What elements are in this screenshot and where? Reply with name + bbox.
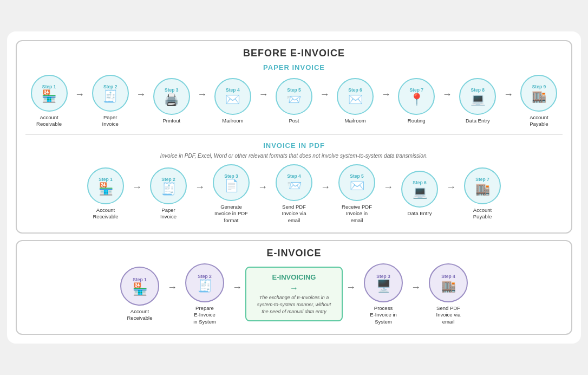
step-name: Receive PDF Invoice in email bbox=[342, 204, 372, 224]
einvoice-step-circle: Step 2🧾 bbox=[185, 263, 224, 302]
step-icon: 🏬 bbox=[532, 90, 546, 102]
einvoice-title: E-INVOICE bbox=[25, 248, 563, 259]
step-arrow: → bbox=[132, 182, 142, 193]
step-icon: 📍 bbox=[409, 94, 424, 106]
step-name: Data Entry bbox=[466, 118, 490, 124]
step-item: Step 2🧾Paper Invoice bbox=[144, 167, 193, 221]
pdf-invoice-description: Invoice in PDF, Excel, Word or other rel… bbox=[25, 153, 563, 159]
step-item: Step 4✉️Mailroom bbox=[209, 78, 256, 124]
step-label: Step 3 bbox=[224, 173, 238, 179]
einvoice-arrow: → bbox=[346, 282, 356, 293]
step-item: Step 7📍Routing bbox=[393, 78, 440, 124]
step-icon: 📨 bbox=[287, 180, 302, 192]
step-label: Step 1 bbox=[99, 177, 113, 182]
step-arrow: → bbox=[446, 182, 456, 193]
einvoice-step-name: Send PDF Invoice via email bbox=[436, 305, 461, 325]
step-icon: 🧾 bbox=[161, 183, 176, 195]
step-arrow: → bbox=[504, 89, 513, 100]
step-circle: Step 7🏬 bbox=[464, 167, 501, 204]
step-circle: Step 5📨 bbox=[276, 78, 312, 115]
step-name: Account Receivable bbox=[36, 114, 62, 128]
step-arrow: → bbox=[75, 89, 84, 100]
step-arrow: → bbox=[321, 182, 330, 193]
step-icon: ✉️ bbox=[350, 180, 364, 192]
step-name: Paper Invoice bbox=[160, 207, 177, 221]
einvoice-step-name: Account Receivable bbox=[127, 308, 153, 322]
einvoice-step-item: Step 4🏬Send PDF Invoice via email bbox=[424, 263, 473, 325]
step-item: Step 3🖨️Printout bbox=[148, 78, 195, 124]
step-circle: Step 4📨 bbox=[276, 164, 312, 201]
step-label: Step 4 bbox=[287, 173, 301, 179]
step-label: Step 5 bbox=[287, 87, 301, 93]
step-icon: 🏬 bbox=[475, 183, 490, 195]
einvoice-step-icon: 🖥️ bbox=[376, 280, 391, 292]
step-icon: 💻 bbox=[471, 94, 485, 106]
einvoice-step-icon: 🏬 bbox=[441, 280, 456, 292]
step-label: Step 6 bbox=[348, 87, 362, 93]
step-circle: Step 3📄 bbox=[213, 164, 250, 201]
step-item: Step 1🏪Account Receivable bbox=[81, 167, 130, 221]
step-arrow: → bbox=[195, 182, 205, 193]
step-label: Step 4 bbox=[226, 87, 240, 93]
einvoice-step-icon: 🧾 bbox=[198, 280, 212, 292]
step-icon: 💻 bbox=[413, 186, 427, 198]
step-arrow: → bbox=[258, 89, 268, 100]
step-circle: Step 6✉️ bbox=[337, 78, 374, 115]
paper-invoice-subtitle: PAPER INVOICE bbox=[25, 63, 563, 72]
step-label: Step 1 bbox=[42, 84, 56, 89]
einvoice-step-item: Step 1🏪Account Receivable bbox=[115, 267, 164, 322]
step-label: Step 2 bbox=[103, 84, 117, 89]
step-circle: Step 9🏬 bbox=[520, 75, 557, 112]
step-name: Printout bbox=[162, 118, 180, 124]
step-name: Account Payable bbox=[473, 207, 492, 221]
einvoicing-box-title: E-INVOICING bbox=[254, 273, 334, 281]
step-label: Step 9 bbox=[532, 84, 546, 89]
step-circle: Step 7📍 bbox=[398, 78, 435, 115]
step-icon: 📄 bbox=[224, 180, 239, 192]
einvoicing-box-arrow: → bbox=[254, 283, 334, 293]
before-title: BEFORE E-INVOICE bbox=[25, 48, 563, 59]
step-item: Step 6💻Data Entry bbox=[395, 171, 444, 217]
step-name: Generate Invoice in PDF format bbox=[214, 204, 248, 224]
step-circle: Step 3🖨️ bbox=[153, 78, 190, 115]
before-section: BEFORE E-INVOICE PAPER INVOICE Step 1🏪Ac… bbox=[16, 40, 572, 234]
step-circle: Step 2🧾 bbox=[150, 167, 187, 204]
step-circle: Step 1🏪 bbox=[87, 167, 124, 204]
step-label: Step 5 bbox=[350, 173, 364, 179]
einvoice-arrow: → bbox=[411, 282, 421, 293]
step-item: Step 5✉️Receive PDF Invoice in email bbox=[332, 164, 381, 224]
einvoice-step-circle: Step 1🏪 bbox=[120, 267, 159, 306]
step-item: Step 1🏪Account Receivable bbox=[25, 75, 73, 128]
step-item: Step 9🏬Account Payable bbox=[515, 75, 563, 128]
main-container: BEFORE E-INVOICE PAPER INVOICE Step 1🏪Ac… bbox=[7, 31, 581, 344]
einvoice-step-name: Process E-Invoice in System bbox=[370, 305, 397, 325]
einvoice-step-label: Step 1 bbox=[133, 277, 147, 282]
step-circle: Step 1🏪 bbox=[31, 75, 68, 112]
step-icon: 🧾 bbox=[103, 90, 117, 102]
step-label: Step 3 bbox=[165, 87, 179, 93]
einvoice-step-item: Step 3🖥️Process E-Invoice in System bbox=[359, 263, 408, 325]
step-icon: 🏪 bbox=[99, 183, 113, 195]
step-label: Step 8 bbox=[471, 87, 485, 93]
pdf-invoice-subtitle: INVOICE IN PDF bbox=[25, 141, 563, 150]
step-item: Step 3📄Generate Invoice in PDF format bbox=[207, 164, 256, 224]
step-circle: Step 5✉️ bbox=[338, 164, 375, 201]
einvoice-step-circle: Step 3🖥️ bbox=[364, 263, 403, 302]
einvoice-arrow: → bbox=[232, 282, 242, 293]
einvoice-step-label: Step 2 bbox=[198, 274, 212, 279]
step-name: Paper Invoice bbox=[102, 114, 119, 128]
step-arrow: → bbox=[381, 89, 391, 100]
step-circle: Step 8💻 bbox=[459, 78, 496, 115]
step-item: Step 8💻Data Entry bbox=[454, 78, 501, 124]
einvoice-step-icon: 🏪 bbox=[133, 283, 147, 295]
step-circle: Step 4✉️ bbox=[214, 78, 251, 115]
einvoice-section: E-INVOICE Step 1🏪Account Receivable→Step… bbox=[16, 240, 572, 335]
step-icon: ✉️ bbox=[348, 94, 363, 106]
step-item: Step 6✉️Mailroom bbox=[332, 78, 379, 124]
einvoice-step-name: Prepare E-Invoice in System bbox=[193, 305, 216, 325]
step-name: Send PDF Invoice via email bbox=[282, 204, 306, 224]
step-icon: 🏪 bbox=[42, 90, 56, 102]
step-circle: Step 2🧾 bbox=[92, 75, 129, 112]
einvoice-steps-row: Step 1🏪Account Receivable→Step 2🧾Prepare… bbox=[25, 263, 563, 325]
step-circle: Step 6💻 bbox=[401, 171, 438, 208]
